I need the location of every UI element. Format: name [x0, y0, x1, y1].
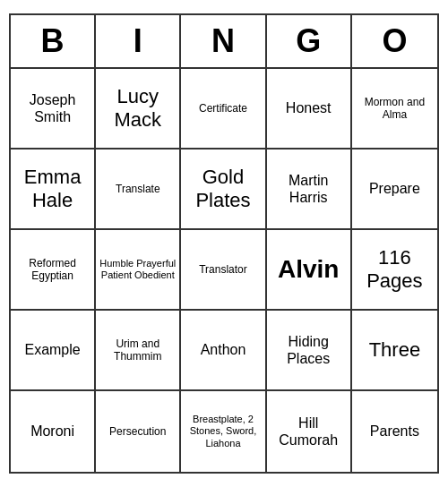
bingo-cell-10: Reformed Egyptian	[11, 230, 96, 311]
bingo-cell-6: Translate	[96, 150, 181, 230]
cell-text-11: Humble Prayerful Patient Obedient	[99, 258, 176, 281]
bingo-cell-21: Persecution	[96, 391, 181, 472]
bingo-cell-22: Breastplate, 2 Stones, Sword, Liahona	[181, 391, 266, 472]
cell-text-5: Emma Hale	[14, 166, 90, 213]
cell-text-24: Parents	[370, 423, 419, 440]
cell-text-10: Reformed Egyptian	[14, 257, 90, 283]
cell-text-19: Three	[369, 338, 420, 362]
bingo-cell-18: Hiding Places	[267, 311, 352, 391]
bingo-cell-16: Urim and Thummim	[96, 311, 181, 391]
bingo-cell-20: Moroni	[11, 391, 96, 472]
cell-text-0: Joseph Smith	[14, 91, 90, 125]
bingo-cell-9: Prepare	[352, 150, 437, 230]
cell-text-6: Translate	[116, 183, 160, 195]
header-letter-b: B	[11, 15, 96, 67]
bingo-cell-23: Hill Cumorah	[267, 391, 352, 472]
cell-text-18: Hiding Places	[271, 333, 347, 367]
cell-text-13: Alvin	[278, 254, 339, 285]
cell-text-16: Urim and Thummim	[99, 337, 176, 363]
bingo-cell-1: Lucy Mack	[96, 69, 181, 150]
bingo-header: BINGO	[11, 15, 437, 69]
cell-text-1: Lucy Mack	[99, 85, 176, 132]
cell-text-17: Anthon	[201, 341, 246, 358]
bingo-cell-11: Humble Prayerful Patient Obedient	[96, 230, 181, 311]
bingo-cell-0: Joseph Smith	[11, 69, 96, 150]
bingo-cell-2: Certificate	[181, 69, 266, 150]
cell-text-12: Translator	[199, 263, 247, 276]
cell-text-22: Breastplate, 2 Stones, Sword, Liahona	[185, 414, 261, 449]
cell-text-23: Hill Cumorah	[271, 414, 347, 449]
bingo-cell-4: Mormon and Alma	[352, 69, 437, 150]
bingo-cell-19: Three	[352, 311, 437, 391]
cell-text-7: Gold Plates	[185, 166, 261, 213]
cell-text-3: Honest	[286, 99, 332, 116]
bingo-cell-5: Emma Hale	[11, 150, 96, 230]
bingo-cell-24: Parents	[352, 391, 437, 472]
bingo-cell-17: Anthon	[181, 311, 266, 391]
cell-text-9: Prepare	[369, 180, 420, 197]
cell-text-4: Mormon and Alma	[356, 96, 434, 122]
cell-text-14: 116 Pages	[356, 246, 434, 294]
header-letter-i: I	[96, 15, 181, 67]
bingo-cell-14: 116 Pages	[352, 230, 437, 311]
bingo-cell-8: Martin Harris	[267, 150, 352, 230]
header-letter-o: O	[352, 15, 437, 67]
cell-text-21: Persecution	[109, 425, 166, 438]
bingo-grid: Joseph SmithLucy MackCertificateHonestMo…	[11, 69, 437, 472]
header-letter-n: N	[181, 15, 266, 67]
cell-text-15: Example	[24, 341, 80, 358]
bingo-cell-15: Example	[11, 311, 96, 391]
cell-text-8: Martin Harris	[271, 172, 347, 206]
bingo-card: BINGO Joseph SmithLucy MackCertificateHo…	[9, 13, 439, 474]
bingo-cell-13: Alvin	[267, 230, 352, 311]
header-letter-g: G	[267, 15, 352, 67]
cell-text-2: Certificate	[199, 102, 247, 115]
bingo-cell-12: Translator	[181, 230, 266, 311]
cell-text-20: Moroni	[30, 423, 74, 440]
bingo-cell-7: Gold Plates	[181, 150, 266, 230]
bingo-cell-3: Honest	[267, 69, 352, 150]
